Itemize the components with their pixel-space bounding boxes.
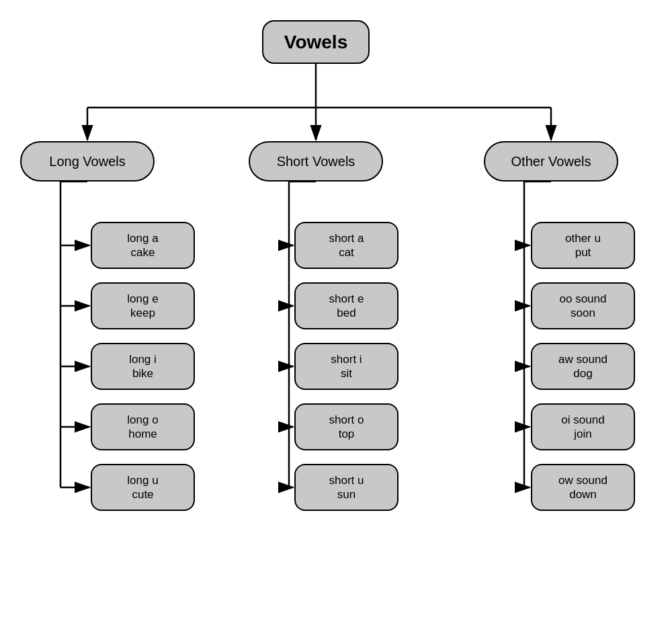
leaf-other-u: other uput [531,222,635,269]
category-short-vowels: Short Vowels [249,141,383,182]
category-short-label: Short Vowels [277,153,355,170]
leaf-long-o: long ohome [91,403,195,450]
category-other-vowels: Other Vowels [484,141,618,182]
vowels-diagram: Vowels Long Vowels Short Vowels Other Vo… [0,0,672,642]
category-long-vowels: Long Vowels [20,141,155,182]
root-node: Vowels [262,20,370,64]
leaf-long-i: long ibike [91,343,195,390]
leaf-long-u: long ucute [91,464,195,511]
leaf-short-i: short isit [294,343,398,390]
leaf-oo-sound: oo soundsoon [531,282,635,329]
leaf-ow-sound: ow sounddown [531,464,635,511]
leaf-short-o: short otop [294,403,398,450]
leaf-aw-sound: aw sounddog [531,343,635,390]
leaf-short-u: short usun [294,464,398,511]
leaf-long-e: long ekeep [91,282,195,329]
leaf-short-e: short ebed [294,282,398,329]
leaf-oi-sound: oi soundjoin [531,403,635,450]
leaf-short-a: short acat [294,222,398,269]
leaf-long-a: long acake [91,222,195,269]
category-other-label: Other Vowels [511,153,591,170]
root-label: Vowels [284,30,347,54]
category-long-label: Long Vowels [49,153,125,170]
